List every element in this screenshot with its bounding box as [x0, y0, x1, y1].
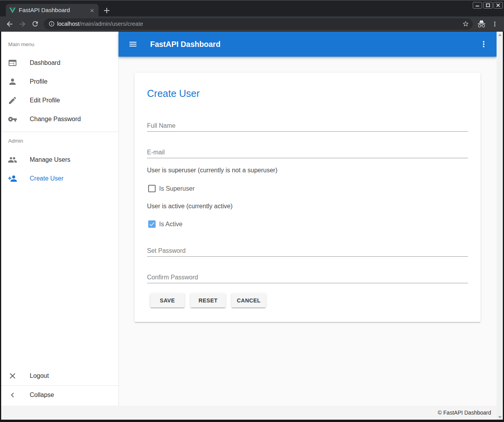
set-password-underline — [147, 256, 468, 257]
browser-menu-icon[interactable] — [491, 20, 499, 29]
sidebar-item-profile[interactable]: Profile — [1, 72, 118, 91]
is-superuser-label: Is Superuser — [159, 185, 195, 193]
create-user-card: Create User Full Name E-mail User is sup… — [135, 73, 481, 322]
navigation-drawer: Main menu Dashboard Profile — [1, 32, 119, 406]
sidebar-item-label: Collapse — [30, 386, 54, 404]
full-name-underline — [147, 131, 468, 132]
sidebar-header-main-menu: Main menu — [8, 41, 34, 48]
sidebar-header-admin: Admin — [8, 138, 23, 144]
window-minimize-button[interactable] — [473, 2, 482, 9]
pencil-icon — [8, 96, 17, 105]
card-title: Create User — [147, 87, 200, 100]
sidebar-item-manage-users[interactable]: Manage Users — [1, 150, 118, 169]
scrollbar-down-arrow[interactable] — [498, 416, 502, 418]
sidebar-item-label: Manage Users — [30, 150, 70, 169]
footer-copyright: © FastAPI Dashboard — [438, 406, 491, 420]
vue-logo-icon — [9, 7, 16, 13]
active-note: User is active (currently active) — [147, 202, 233, 210]
tab-strip: FastAPI Dashboard — [0, 0, 504, 16]
page-footer: © FastAPI Dashboard — [1, 406, 497, 420]
sidebar-item-edit-profile[interactable]: Edit Profile — [1, 91, 118, 110]
email-underline — [147, 158, 468, 158]
people-icon — [8, 155, 17, 165]
back-button[interactable] — [4, 17, 15, 30]
person-icon — [8, 77, 17, 86]
button-row: SAVE RESET CANCEL — [150, 293, 266, 308]
tab-title: FastAPI Dashboard — [19, 4, 70, 16]
sidebar-item-label: Logout — [30, 367, 49, 385]
url-host: localhost — [57, 21, 79, 27]
sidebar-item-label: Dashboard — [30, 54, 60, 72]
is-active-checkbox[interactable] — [148, 220, 156, 228]
sidebar-item-label: Edit Profile — [30, 91, 60, 110]
browser-window: FastAPI Dashboard — [0, 0, 504, 422]
address-bar[interactable]: localhost/main/admin/users/create — [44, 18, 473, 30]
window-maximize-button[interactable] — [483, 2, 493, 9]
window-close-button[interactable] — [493, 2, 503, 9]
new-tab-button[interactable] — [102, 6, 111, 15]
chevron-left-icon — [8, 390, 17, 400]
sidebar-item-create-user[interactable]: Create User — [1, 169, 118, 188]
browser-toolbar: localhost/main/admin/users/create — [0, 16, 504, 32]
superuser-note: User is superuser (currently is not a su… — [147, 166, 277, 174]
person-add-icon — [8, 174, 17, 183]
save-button[interactable]: SAVE — [150, 293, 185, 308]
sidebar-item-label: Change Password — [30, 110, 81, 129]
sidebar-item-change-password[interactable]: Change Password — [1, 110, 118, 129]
hamburger-menu-icon[interactable] — [128, 39, 138, 49]
cancel-button[interactable]: CANCEL — [231, 293, 266, 308]
forward-button[interactable] — [17, 17, 28, 30]
is-active-label: Is Active — [159, 220, 183, 228]
page-viewport: Main menu Dashboard Profile — [1, 32, 503, 420]
sidebar-item-dashboard[interactable]: Dashboard — [1, 54, 118, 72]
vertical-scrollbar[interactable] — [497, 32, 503, 420]
confirm-password-underline — [147, 283, 468, 283]
key-icon — [8, 114, 17, 124]
close-icon — [8, 371, 17, 381]
incognito-icon — [477, 20, 486, 29]
url-text[interactable]: localhost/main/admin/users/create — [57, 18, 143, 30]
web-icon — [8, 58, 17, 68]
appbar-menu-icon[interactable] — [479, 39, 488, 49]
browser-tab[interactable]: FastAPI Dashboard — [6, 4, 99, 17]
sidebar-item-label: Profile — [30, 72, 47, 91]
reload-button[interactable] — [30, 17, 41, 30]
sidebar-divider — [1, 132, 118, 132]
sidebar-item-label: Create User — [30, 169, 63, 188]
sidebar-item-collapse[interactable]: Collapse — [1, 386, 118, 404]
app-bar: FastAPI Dashboard — [118, 32, 497, 57]
url-path: /main/admin/users/create — [79, 21, 143, 27]
is-superuser-checkbox[interactable] — [148, 185, 156, 192]
bookmark-star-icon[interactable] — [462, 20, 469, 27]
reset-button[interactable]: RESET — [190, 293, 226, 308]
tab-close-icon[interactable] — [89, 7, 95, 14]
appbar-title: FastAPI Dashboard — [150, 32, 221, 57]
scrollbar-up-arrow[interactable] — [498, 34, 502, 36]
sidebar-item-logout[interactable]: Logout — [1, 367, 118, 385]
site-info-icon[interactable] — [48, 21, 55, 27]
